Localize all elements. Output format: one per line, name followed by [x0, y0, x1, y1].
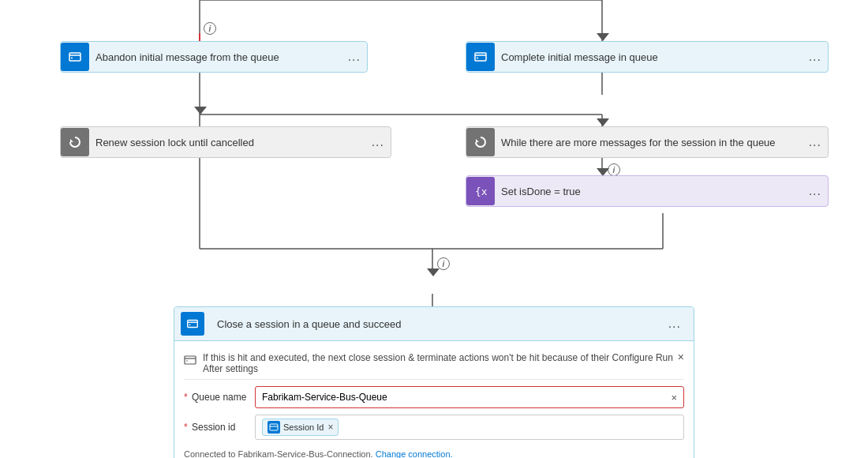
arrow-renew [194, 107, 207, 114]
complete-menu[interactable]: ... [803, 50, 828, 64]
info-icon-close-session: i [437, 257, 450, 270]
close-session-menu[interactable]: ... [662, 317, 687, 331]
svg-rect-14 [69, 53, 80, 61]
while-menu[interactable]: ... [803, 135, 828, 149]
close-session-body: If this is hit and executed, the next cl… [174, 341, 694, 458]
complete-node[interactable]: Complete initial message in queue ... [466, 41, 829, 73]
session-tag-label: Session Id [283, 422, 324, 432]
arrow-while [597, 118, 609, 126]
svg-marker-21 [476, 139, 479, 142]
close-session-node: Close a session in a queue and succeed .… [174, 306, 694, 458]
notice-close-button[interactable]: × [678, 351, 684, 363]
queue-name-clear[interactable]: × [671, 392, 677, 404]
close-session-icon [181, 312, 204, 336]
session-id-required: * [184, 422, 188, 433]
renew-menu[interactable]: ... [365, 135, 391, 149]
queue-name-label: * Queue name [184, 392, 255, 403]
close-session-title: Close a session in a queue and succeed [211, 318, 662, 330]
svg-rect-17 [475, 53, 486, 61]
variable-icon: {x} [466, 177, 495, 205]
footer-text: Connected to Fabrikam-Service-Bus-Connec… [184, 449, 373, 458]
notice-icon [184, 354, 196, 369]
abandon-menu[interactable]: ... [342, 50, 367, 64]
close-session-header: Close a session in a queue and succeed .… [174, 307, 694, 341]
arrow-complete [597, 33, 609, 41]
while-node[interactable]: While there are more messages for the se… [466, 126, 829, 158]
svg-point-25 [189, 324, 191, 325]
arrow-close-session [427, 268, 440, 276]
session-id-label-text: Session id [192, 422, 235, 433]
queue-name-row: * Queue name Fabrikam-Service-Bus-Queue … [184, 386, 684, 408]
notice-text: If this is hit and executed, the next cl… [203, 352, 684, 374]
set-isdone-node[interactable]: {x} Set isDone = true ... [466, 175, 829, 207]
svg-text:{x}: {x} [475, 186, 488, 197]
svg-point-28 [186, 360, 188, 362]
change-connection-link[interactable]: Change connection. [376, 449, 453, 458]
footer-row: Connected to Fabrikam-Service-Bus-Connec… [184, 446, 684, 458]
while-icon [466, 128, 495, 156]
session-tag-close[interactable]: × [327, 422, 333, 433]
session-id-label: * Session id [184, 422, 255, 433]
complete-label: Complete initial message in queue [495, 51, 803, 63]
svg-rect-29 [270, 424, 278, 430]
abandon-node[interactable]: Abandon initial message from the queue .… [60, 41, 368, 73]
svg-rect-23 [188, 321, 198, 328]
svg-point-19 [477, 58, 478, 59]
info-icon-abandon: i [204, 22, 216, 35]
notice-row: If this is hit and executed, the next cl… [184, 347, 684, 380]
queue-name-label-text: Queue name [192, 392, 246, 403]
complete-icon [466, 43, 495, 71]
set-isdone-label: Set isDone = true [495, 186, 803, 197]
set-isdone-menu[interactable]: ... [803, 184, 828, 198]
session-tag-icon [268, 421, 280, 434]
queue-name-value: Fabrikam-Service-Bus-Queue [262, 392, 666, 403]
session-id-input[interactable]: Session Id × [255, 415, 684, 440]
while-label: While there are more messages for the se… [495, 137, 803, 148]
abandon-icon [61, 43, 89, 71]
svg-rect-26 [185, 356, 196, 364]
abandon-label: Abandon initial message from the queue [89, 51, 342, 63]
queue-name-input[interactable]: Fabrikam-Service-Bus-Queue × [255, 386, 684, 408]
workflow-canvas: i Abandon initial message from the queue… [0, 0, 868, 458]
svg-marker-20 [70, 139, 73, 142]
svg-point-16 [71, 58, 73, 59]
session-id-row: * Session id Session Id × [184, 415, 684, 440]
renew-label: Renew session lock until cancelled [89, 137, 365, 148]
renew-icon [61, 128, 89, 156]
info-icon-while: i [608, 163, 620, 176]
session-id-tag: Session Id × [262, 419, 339, 436]
queue-name-required: * [184, 392, 188, 403]
renew-node[interactable]: Renew session lock until cancelled ... [60, 126, 391, 158]
